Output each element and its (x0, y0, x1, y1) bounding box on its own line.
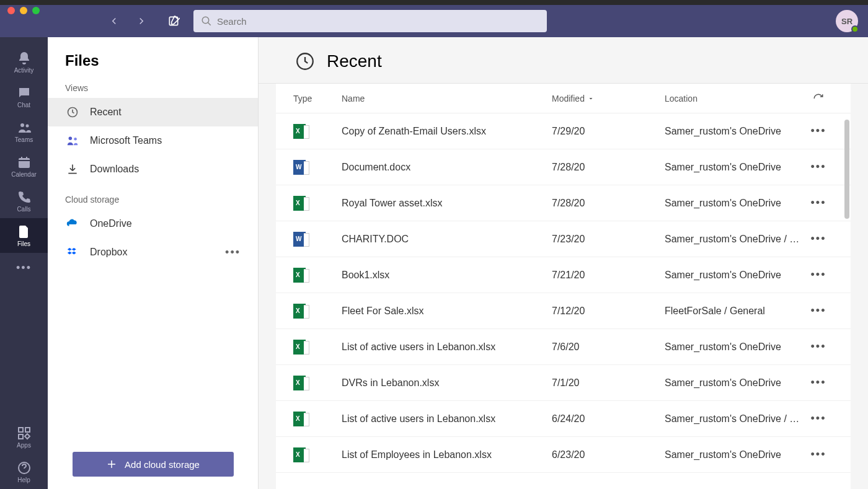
file-modified: 7/29/20 (552, 126, 665, 137)
word-icon: W (293, 160, 306, 175)
teams-icon (65, 134, 80, 148)
sidebar-title: Files (48, 37, 258, 81)
sidebar-item-dropbox[interactable]: Dropbox ••• (48, 238, 258, 267)
more-icon[interactable]: ••• (811, 161, 826, 174)
file-location: Samer_rustom's OneDrive / … (665, 413, 804, 425)
file-name: DVRs in Lebanon.xlsx (342, 377, 552, 389)
file-name: Fleet For Sale.xlsx (342, 306, 552, 317)
sidebar-item-microsoft-teams[interactable]: Microsoft Teams (48, 126, 258, 155)
file-location: Samer_rustom's OneDrive (665, 270, 804, 281)
rail-teams[interactable]: Teams (0, 114, 48, 149)
rail-label: Teams (15, 136, 33, 143)
table-row[interactable]: WCHARITY.DOC7/23/20Samer_rustom's OneDri… (276, 221, 851, 257)
more-icon[interactable]: ••• (811, 304, 826, 317)
forward-button[interactable] (131, 11, 151, 31)
sidebar-item-onedrive[interactable]: OneDrive (48, 209, 258, 238)
table-row[interactable]: WDocument.docx7/28/20Samer_rustom's OneD… (276, 149, 851, 185)
more-icon[interactable]: ••• (811, 340, 826, 353)
file-name: List of active users in Lebanon.xlsx (342, 341, 552, 353)
table-row[interactable]: XRoyal Tower asset.xlsx7/28/20Samer_rust… (276, 185, 851, 221)
rail-help[interactable]: Help (0, 454, 48, 489)
clock-icon (65, 106, 80, 118)
rail-activity[interactable]: Activity (0, 45, 48, 79)
excel-icon: X (293, 340, 306, 355)
file-modified: 6/23/20 (552, 449, 665, 460)
more-icon[interactable]: ••• (225, 246, 241, 259)
files-icon (17, 224, 32, 239)
sort-desc-icon (587, 95, 595, 102)
file-modified: 7/28/20 (552, 198, 665, 209)
more-icon[interactable]: ••• (811, 125, 826, 138)
more-icon[interactable]: ••• (811, 448, 826, 461)
rail-calendar[interactable]: Calendar (0, 149, 48, 183)
avatar[interactable]: SR (836, 10, 858, 32)
file-modified: 7/12/20 (552, 306, 665, 317)
sidebar-views-label: Views (48, 81, 258, 98)
file-location: Samer_rustom's OneDrive (665, 162, 804, 173)
word-icon: W (293, 232, 306, 247)
svg-point-10 (69, 137, 73, 141)
help-icon (17, 460, 32, 475)
scrollbar[interactable] (844, 120, 849, 219)
more-icon[interactable]: ••• (811, 376, 826, 389)
rail-label: Calendar (11, 171, 37, 178)
table-row[interactable]: XBook1.xlsx7/21/20Samer_rustom's OneDriv… (276, 257, 851, 293)
table-row[interactable]: XDVRs in Lebanon.xlsx7/1/20Samer_rustom'… (276, 365, 851, 401)
svg-point-11 (74, 138, 77, 141)
search-field[interactable] (217, 16, 539, 27)
more-icon[interactable]: ••• (811, 232, 826, 245)
rail-apps[interactable]: Apps (0, 420, 48, 454)
excel-icon: X (293, 196, 306, 211)
close-window-icon[interactable] (7, 7, 15, 14)
titlebar (0, 0, 868, 5)
download-icon (65, 163, 80, 175)
teams-icon (17, 120, 32, 135)
column-modified[interactable]: Modified (552, 94, 665, 104)
table-row[interactable]: XList of active users in Lebanon.xlsx7/6… (276, 329, 851, 365)
table-row[interactable]: XList of Employees in Lebanon.xlsx6/23/2… (276, 437, 851, 473)
window-controls (7, 7, 40, 14)
table-row[interactable]: XFleet For Sale.xlsx7/12/20FleetForSale … (276, 293, 851, 329)
rail-more[interactable]: ••• (0, 253, 48, 283)
compose-button[interactable] (164, 11, 184, 31)
app-rail: Activity Chat Teams Calendar Calls Files… (0, 37, 48, 489)
back-button[interactable] (104, 11, 124, 31)
sidebar-item-recent[interactable]: Recent (48, 98, 258, 126)
more-icon[interactable]: ••• (811, 196, 826, 209)
column-type[interactable]: Type (293, 94, 342, 104)
svg-point-1 (202, 17, 209, 24)
refresh-button[interactable] (804, 93, 833, 104)
table-header: Type Name Modified Location (276, 84, 851, 113)
refresh-icon (813, 93, 824, 104)
sidebar-item-label: OneDrive (90, 218, 132, 229)
sidebar-item-label: Dropbox (90, 247, 127, 258)
sidebar-cloud-label: Cloud storage (48, 192, 258, 209)
table-row[interactable]: XList of active users in Lebanon.xlsx6/2… (276, 401, 851, 437)
maximize-window-icon[interactable] (32, 7, 40, 14)
minimize-window-icon[interactable] (20, 7, 27, 14)
rail-chat[interactable]: Chat (0, 79, 48, 114)
file-location: Samer_rustom's OneDrive (665, 198, 804, 209)
search-icon (201, 15, 212, 27)
excel-icon: X (293, 376, 306, 390)
file-name: List of Employees in Lebanon.xlsx (342, 449, 552, 460)
file-location: FleetForSale / General (665, 306, 804, 317)
sidebar-item-downloads[interactable]: Downloads (48, 155, 258, 183)
files-table: Type Name Modified Location XCopy of Zen… (276, 84, 851, 489)
more-icon[interactable]: ••• (811, 268, 826, 281)
apps-icon (17, 426, 32, 441)
svg-rect-6 (25, 428, 30, 432)
presence-available-icon (851, 25, 859, 33)
search-input[interactable] (193, 10, 547, 32)
more-icon[interactable]: ••• (811, 412, 826, 425)
add-cloud-storage-button[interactable]: Add cloud storage (73, 452, 234, 477)
rail-calls[interactable]: Calls (0, 183, 48, 218)
table-row[interactable]: XCopy of Zenath-Email Users.xlsx7/29/20S… (276, 113, 851, 149)
plus-icon (106, 459, 117, 470)
rail-files[interactable]: Files (0, 218, 48, 253)
column-name[interactable]: Name (342, 94, 552, 104)
file-location: Samer_rustom's OneDrive / … (665, 234, 804, 245)
column-location[interactable]: Location (665, 94, 804, 104)
sidebar-item-label: Microsoft Teams (90, 135, 162, 146)
button-label: Add cloud storage (125, 459, 200, 470)
